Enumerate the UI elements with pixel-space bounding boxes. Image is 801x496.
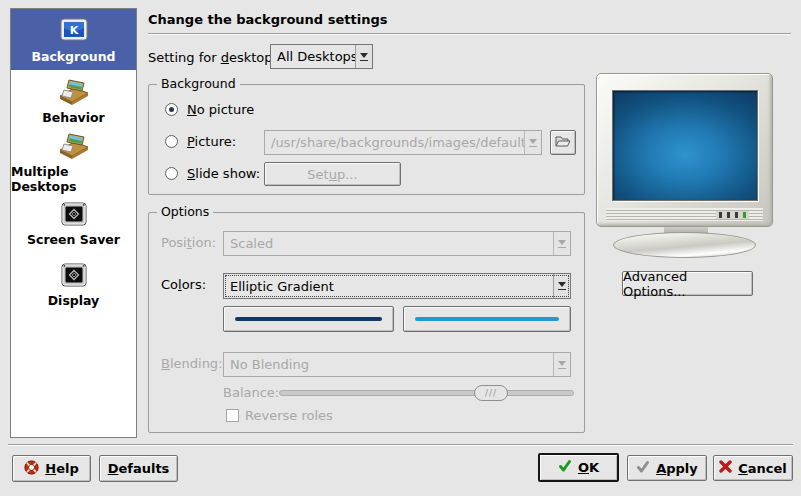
footer-separator	[8, 444, 793, 446]
page-title: Change the background settings	[148, 12, 387, 27]
colors-combobox[interactable]: Elliptic Gradient	[223, 273, 571, 299]
dark-screen-icon	[58, 259, 90, 291]
desktop-icon	[58, 76, 90, 108]
chevron-down-icon	[355, 45, 372, 68]
slideshow-setup-button: Setup...	[264, 162, 401, 186]
monitor-buttons	[716, 211, 749, 219]
desktop-icon	[58, 130, 90, 162]
advanced-options-label: Advanced Options...	[623, 269, 752, 299]
picture-path-combobox: /usr/share/backgrounds/images/default.pn…	[264, 130, 542, 155]
sidebar-item-background[interactable]: K Background	[11, 9, 136, 70]
svg-text:K: K	[69, 24, 78, 37]
options-group-title: Options	[157, 204, 213, 219]
position-value: Scaled	[224, 232, 553, 255]
defaults-button[interactable]: Defaults	[99, 455, 178, 482]
sidebar-item-label: Display	[48, 293, 100, 308]
colors-label: Colors:	[161, 277, 206, 292]
chevron-down-icon	[553, 232, 570, 255]
color2-bar	[415, 317, 559, 321]
ok-button[interactable]: OK	[538, 453, 619, 482]
ok-button-label: OK	[578, 460, 599, 475]
blending-value: No Blending	[224, 353, 553, 376]
help-button[interactable]: Help	[12, 455, 91, 482]
advanced-options-button[interactable]: Advanced Options...	[622, 271, 753, 296]
color1-button[interactable]	[223, 306, 394, 332]
dark-screen-icon	[58, 198, 90, 230]
slide-show-label[interactable]: Slide show:	[187, 166, 260, 181]
balance-slider	[279, 390, 574, 396]
slide-show-radio[interactable]	[165, 167, 178, 180]
cancel-button-label: Cancel	[738, 461, 787, 476]
picture-path-value: /usr/share/backgrounds/images/default.pn…	[265, 131, 524, 154]
sidebar-item-multiple-desktops[interactable]: Multiple Desktops	[11, 131, 136, 192]
chevron-down-icon	[553, 353, 570, 376]
desktop-setting-combobox[interactable]: All Desktops	[270, 44, 373, 69]
balance-slider-handle	[474, 385, 508, 401]
desktop-setting-value: All Desktops	[271, 45, 355, 68]
position-label: Position:	[161, 235, 216, 250]
background-preview-monitor	[596, 73, 773, 227]
chevron-down-icon	[524, 131, 541, 154]
green-check-icon	[558, 459, 572, 476]
background-settings-dialog: K Background Behavior	[0, 0, 801, 496]
blending-label: Blending:	[161, 356, 223, 371]
life-buoy-icon	[24, 460, 39, 478]
help-button-label: Help	[45, 461, 78, 476]
browse-picture-button	[550, 130, 576, 155]
picture-label[interactable]: Picture:	[187, 134, 236, 149]
apply-button-label: Apply	[656, 461, 698, 476]
chevron-down-icon	[553, 274, 570, 298]
options-group: Options Position: Scaled Colors: Ellipti…	[148, 212, 585, 433]
gray-check-icon	[636, 460, 650, 477]
module-list: K Background Behavior	[10, 8, 137, 438]
sidebar-item-label: Behavior	[42, 110, 105, 125]
monitor-stand	[613, 232, 756, 258]
defaults-button-label: Defaults	[108, 461, 170, 476]
background-group-title: Background	[157, 76, 240, 91]
red-x-icon	[719, 460, 732, 476]
color1-bar	[235, 317, 382, 321]
colors-value: Elliptic Gradient	[224, 274, 553, 298]
sidebar-item-display[interactable]: Display	[11, 253, 136, 314]
apply-button[interactable]: Apply	[627, 455, 707, 481]
no-picture-label[interactable]: No picture	[187, 102, 254, 117]
cancel-button[interactable]: Cancel	[713, 455, 793, 481]
kde-monitor-icon: K	[58, 15, 90, 47]
color2-button[interactable]	[403, 306, 571, 332]
desktop-setting-label: Setting for desktop:	[148, 50, 277, 65]
folder-icon	[555, 134, 571, 151]
monitor-control-strip	[606, 208, 763, 221]
position-combobox: Scaled	[223, 231, 571, 256]
reverse-roles-label: Reverse roles	[245, 408, 333, 423]
sidebar-item-screen-saver[interactable]: Screen Saver	[11, 192, 136, 253]
background-group: Background No picture Picture: /usr/shar…	[148, 84, 585, 195]
sidebar-item-behavior[interactable]: Behavior	[11, 70, 136, 131]
sidebar-item-label: Screen Saver	[27, 232, 120, 247]
setup-button-label: Setup...	[307, 167, 357, 182]
preview-screen	[612, 90, 758, 201]
blending-combobox: No Blending	[223, 352, 571, 377]
no-picture-radio[interactable]	[165, 103, 178, 116]
picture-radio[interactable]	[165, 135, 178, 148]
title-separator	[148, 33, 791, 35]
sidebar-item-label: Multiple Desktops	[11, 164, 136, 194]
balance-label: Balance:	[223, 385, 279, 400]
sidebar-item-label: Background	[31, 49, 115, 64]
reverse-roles-checkbox	[226, 409, 239, 422]
